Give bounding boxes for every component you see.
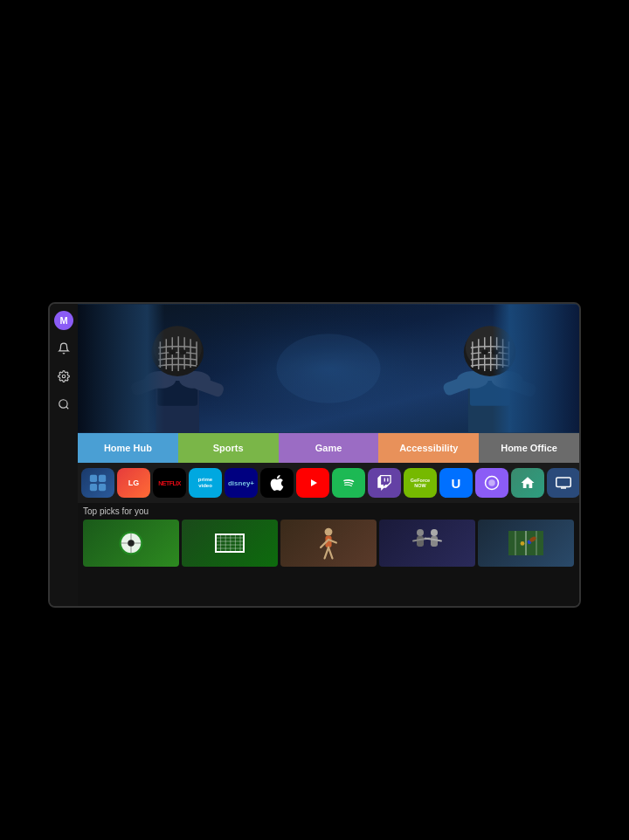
settings-icon[interactable] <box>54 367 73 386</box>
svg-point-37 <box>481 349 488 355</box>
svg-rect-46 <box>90 484 97 491</box>
svg-point-79 <box>417 529 424 536</box>
tab-home-office[interactable]: Home Office <box>479 433 579 463</box>
app-spotify[interactable] <box>332 468 365 498</box>
app-ubisoft[interactable]: U <box>439 468 473 498</box>
svg-line-78 <box>328 547 332 558</box>
top-picks-section: Top picks for you <box>78 503 579 606</box>
app-apple-tv[interactable] <box>260 468 294 498</box>
app-purple-circle[interactable] <box>475 468 508 498</box>
apps-row: LG NETFLIX primevideo disney+ <box>78 463 579 503</box>
svg-point-41 <box>276 334 380 403</box>
hockey-scene <box>78 304 579 433</box>
top-picks-label: Top picks for you <box>83 506 574 516</box>
svg-point-73 <box>325 528 333 536</box>
pick-item-2[interactable] <box>182 520 278 567</box>
pick-item-5[interactable] <box>478 520 574 567</box>
svg-point-83 <box>431 529 438 536</box>
app-prime-video[interactable]: primevideo <box>189 468 222 498</box>
svg-rect-45 <box>99 475 106 482</box>
tab-home-hub[interactable]: Home Hub <box>78 433 178 463</box>
app-lg-channels[interactable]: LG <box>117 468 150 498</box>
tab-sports[interactable]: Sports <box>178 433 279 463</box>
svg-rect-42 <box>78 305 164 433</box>
app-screen-share[interactable] <box>547 468 579 498</box>
picks-grid <box>83 520 574 567</box>
tv-frame: M <box>48 302 581 608</box>
app-geforce-now[interactable]: GeForceNOW <box>404 468 437 498</box>
svg-rect-53 <box>556 478 571 487</box>
search-icon[interactable] <box>54 395 73 414</box>
svg-rect-43 <box>493 305 579 433</box>
app-netflix[interactable]: NETFLIX <box>153 468 186 498</box>
app-youtube[interactable] <box>296 468 329 498</box>
svg-rect-80 <box>417 536 424 547</box>
category-tabs: Home Hub Sports Game Accessibility Home … <box>78 433 579 463</box>
pick-item-1[interactable] <box>83 520 179 567</box>
app-all-apps[interactable] <box>81 468 114 498</box>
svg-rect-84 <box>431 536 438 547</box>
svg-line-2 <box>66 407 69 410</box>
main-content: Home Hub Sports Game Accessibility Home … <box>78 304 579 606</box>
svg-rect-47 <box>99 484 106 491</box>
profile-icon[interactable]: M <box>54 311 73 330</box>
app-twitch[interactable] <box>368 468 401 498</box>
tab-accessibility[interactable]: Accessibility <box>378 433 479 463</box>
svg-rect-44 <box>90 475 97 482</box>
pick-item-3[interactable] <box>280 520 377 567</box>
sidebar: M <box>50 304 78 606</box>
svg-point-0 <box>62 375 66 378</box>
svg-rect-63 <box>216 534 244 552</box>
svg-point-91 <box>521 541 525 546</box>
svg-point-52 <box>488 479 495 486</box>
notifications-icon[interactable] <box>54 339 73 358</box>
svg-line-77 <box>325 547 328 558</box>
svg-point-20 <box>179 349 186 355</box>
app-disney-plus[interactable]: disney+ <box>225 468 258 498</box>
hero-banner <box>78 304 579 433</box>
svg-point-1 <box>59 400 67 408</box>
svg-point-19 <box>169 349 176 355</box>
pick-item-4[interactable] <box>379 520 475 567</box>
tab-game[interactable]: Game <box>279 433 379 463</box>
app-smart-home[interactable] <box>511 468 544 498</box>
